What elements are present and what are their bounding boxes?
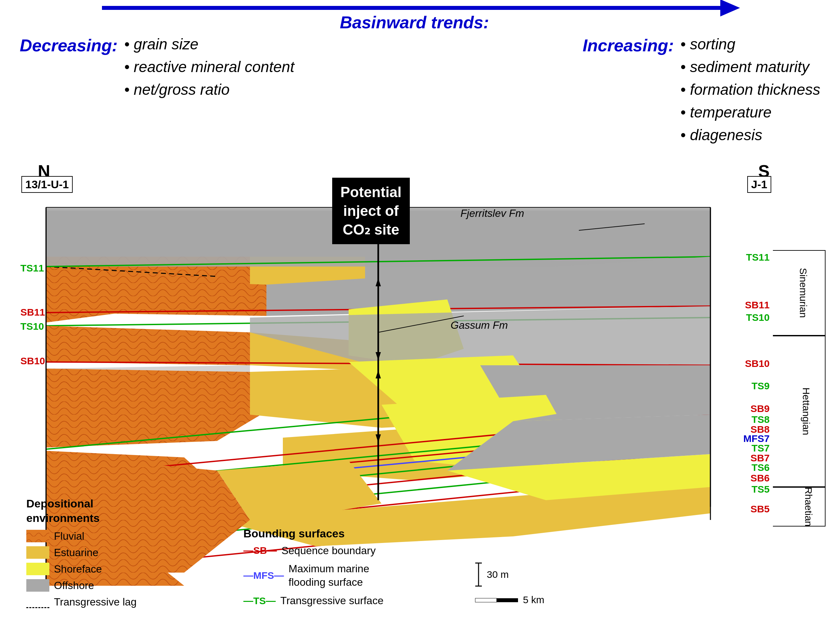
horizontal-scale-label: 5 km xyxy=(523,594,544,605)
increasing-item-3: formation thickness xyxy=(680,78,820,101)
sb-legend-label: Sequence boundary xyxy=(282,545,376,557)
sb6-right: SB6 xyxy=(750,473,770,484)
increasing-item-1: sorting xyxy=(680,33,820,55)
decreasing-panel: Decreasing: grain size reactive mineral … xyxy=(20,33,295,147)
depositional-legend: Depositionalenvironments Fluvial Estuari… xyxy=(26,496,137,612)
ts-legend-item: —TS— Transgressive surface xyxy=(243,595,384,607)
offshore-swatch xyxy=(26,579,49,592)
trans-lag-swatch xyxy=(26,596,49,608)
decreasing-list: grain size reactive mineral content net/… xyxy=(124,33,295,101)
dep-env-title: Depositionalenvironments xyxy=(26,496,137,525)
mfs-legend-item: —MFS— Maximum marineflooding surface xyxy=(243,562,384,589)
ts11-right: TS11 xyxy=(746,252,770,263)
ts10-right: TS10 xyxy=(746,312,770,323)
rhaetian-label: Rhaetian xyxy=(803,487,814,527)
offshore-label: Offshore xyxy=(54,579,94,592)
bounding-legend: Bounding surfaces —SB— Sequence boundary… xyxy=(243,527,384,612)
offshore-legend-item: Offshore xyxy=(26,579,137,592)
scale-bar: 30 m 5 km xyxy=(474,561,544,605)
arrow-line xyxy=(102,6,727,10)
svg-marker-20 xyxy=(46,369,283,447)
cross-section-area: N S 13/1-U-1 J-1 Potentialinject ofCO₂ s… xyxy=(20,158,835,638)
sb9-right: SB9 xyxy=(750,403,770,414)
increasing-item-4: temperature xyxy=(680,101,820,124)
trends-container: Decreasing: grain size reactive mineral … xyxy=(0,33,840,147)
ts9-right: TS9 xyxy=(752,380,770,392)
sb-legend-item: —SB— Sequence boundary xyxy=(243,545,384,557)
ts-legend-label: Transgressive surface xyxy=(280,595,384,607)
well-north-label: 13/1-U-1 xyxy=(21,176,73,193)
sb11-left: SB11 xyxy=(20,307,45,318)
vertical-scale-bar: 30 m xyxy=(474,561,509,588)
increasing-item-5: diagenesis xyxy=(680,124,820,147)
ts5-right: TS5 xyxy=(752,484,770,495)
ts10-left: TS10 xyxy=(20,321,44,332)
increasing-panel: Increasing: sorting sediment maturity fo… xyxy=(583,33,820,147)
arrow-label: Basinward trends: xyxy=(340,13,489,32)
ts6-right: TS6 xyxy=(752,462,770,473)
basinward-arrow: Basinward trends: xyxy=(102,6,727,32)
sb11-right: SB11 xyxy=(745,299,770,311)
well-south-label: J-1 xyxy=(747,176,771,193)
decreasing-label: Decreasing: xyxy=(20,33,118,55)
sb-line-sample: —SB— xyxy=(243,545,277,556)
sb10-right: SB10 xyxy=(745,358,770,369)
sinemurian-bracket: Sinemurian xyxy=(773,250,825,336)
rhaetian-bracket: Rhaetian xyxy=(773,487,825,527)
decreasing-item-3: net/gross ratio xyxy=(124,78,295,101)
sb10-left: SB10 xyxy=(20,356,45,367)
trans-lag-legend-item: Transgressive lag xyxy=(26,596,137,608)
trans-lag-label: Transgressive lag xyxy=(54,596,137,608)
increasing-list: sorting sediment maturity formation thic… xyxy=(680,33,820,147)
horizontal-scale-bar: 5 km xyxy=(474,594,544,605)
fjerritslev-label: Fjerritslev Fm xyxy=(461,207,524,219)
svg-marker-15 xyxy=(46,326,250,365)
decreasing-item-2: reactive mineral content xyxy=(124,55,295,78)
fluvial-label: Fluvial xyxy=(54,530,84,542)
hettangian-label: Hettangian xyxy=(800,387,811,435)
estuarine-label: Estuarine xyxy=(54,547,98,559)
increasing-item-2: sediment maturity xyxy=(680,55,820,78)
ts7-right: TS7 xyxy=(752,442,770,454)
ts8-right: TS8 xyxy=(752,414,770,425)
hettangian-bracket: Hettangian xyxy=(773,336,825,487)
ts11-left: TS11 xyxy=(20,263,44,274)
sb5-right: SB5 xyxy=(750,503,770,515)
ts-line-sample: —TS— xyxy=(243,595,276,607)
decreasing-item-1: grain size xyxy=(124,33,295,55)
svg-rect-61 xyxy=(26,530,49,542)
shoreface-legend-item: Shoreface xyxy=(26,563,137,575)
mfs-legend-label: Maximum marineflooding surface xyxy=(288,562,369,589)
svg-rect-66 xyxy=(475,598,497,602)
gassum-label: Gassum Fm xyxy=(451,319,508,331)
shoreface-swatch xyxy=(26,563,49,575)
fluvial-swatch xyxy=(26,530,49,542)
vertical-scale: 30 m xyxy=(474,561,544,588)
vertical-scale-label: 30 m xyxy=(487,569,509,580)
inject-label: Potentialinject ofCO₂ site xyxy=(332,178,410,244)
shoreface-label: Shoreface xyxy=(54,563,102,575)
estuarine-swatch xyxy=(26,546,49,559)
increasing-label: Increasing: xyxy=(583,33,674,55)
bounding-title: Bounding surfaces xyxy=(243,527,384,540)
fluvial-legend-item: Fluvial xyxy=(26,530,137,542)
sinemurian-label: Sinemurian xyxy=(798,268,809,318)
estuarine-legend-item: Estuarine xyxy=(26,546,137,559)
mfs-line-sample: —MFS— xyxy=(243,570,284,581)
